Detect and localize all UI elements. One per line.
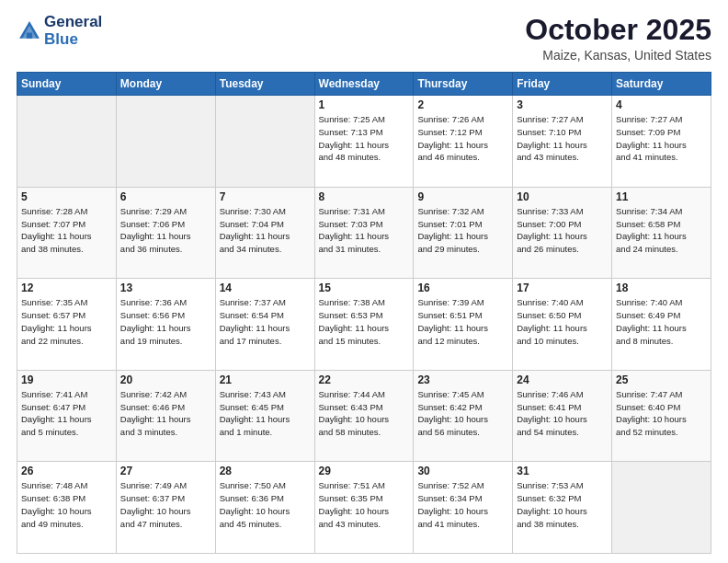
- table-row: 23Sunrise: 7:45 AM Sunset: 6:42 PM Dayli…: [414, 370, 513, 462]
- day-info: Sunrise: 7:38 AM Sunset: 6:53 PM Dayligh…: [319, 296, 410, 347]
- logo-icon: [17, 18, 42, 44]
- day-info: Sunrise: 7:26 AM Sunset: 7:12 PM Dayligh…: [417, 113, 508, 164]
- table-row: 8Sunrise: 7:31 AM Sunset: 7:03 PM Daylig…: [314, 187, 414, 279]
- day-number: 10: [517, 190, 608, 203]
- day-info: Sunrise: 7:32 AM Sunset: 7:01 PM Dayligh…: [417, 205, 508, 256]
- calendar-week-row: 1Sunrise: 7:25 AM Sunset: 7:13 PM Daylig…: [17, 96, 711, 188]
- col-friday: Friday: [513, 73, 612, 96]
- day-number: 16: [417, 282, 508, 294]
- day-number: 25: [616, 373, 707, 386]
- day-number: 14: [220, 282, 311, 294]
- table-row: 28Sunrise: 7:50 AM Sunset: 6:36 PM Dayli…: [215, 462, 314, 554]
- table-row: 26Sunrise: 7:48 AM Sunset: 6:38 PM Dayli…: [17, 462, 117, 554]
- day-number: 20: [120, 373, 211, 386]
- day-number: 4: [616, 98, 707, 111]
- day-info: Sunrise: 7:33 AM Sunset: 7:00 PM Dayligh…: [517, 205, 608, 256]
- day-number: 2: [417, 98, 508, 111]
- day-info: Sunrise: 7:31 AM Sunset: 7:03 PM Dayligh…: [319, 205, 410, 256]
- table-row: [116, 96, 215, 188]
- day-number: 9: [417, 190, 508, 203]
- day-number: 7: [220, 190, 311, 203]
- calendar-week-row: 12Sunrise: 7:35 AM Sunset: 6:57 PM Dayli…: [17, 279, 711, 371]
- day-number: 26: [21, 465, 112, 477]
- title-block: October 2025 Maize, Kansas, United State…: [525, 14, 711, 63]
- col-thursday: Thursday: [414, 73, 513, 96]
- table-row: 1Sunrise: 7:25 AM Sunset: 7:13 PM Daylig…: [314, 96, 414, 188]
- table-row: 5Sunrise: 7:28 AM Sunset: 7:07 PM Daylig…: [17, 187, 117, 279]
- table-row: 19Sunrise: 7:41 AM Sunset: 6:47 PM Dayli…: [17, 370, 117, 462]
- day-info: Sunrise: 7:40 AM Sunset: 6:49 PM Dayligh…: [616, 296, 707, 347]
- day-number: 27: [120, 465, 211, 477]
- day-info: Sunrise: 7:34 AM Sunset: 6:58 PM Dayligh…: [616, 205, 707, 256]
- day-info: Sunrise: 7:27 AM Sunset: 7:10 PM Dayligh…: [517, 113, 608, 164]
- table-row: 17Sunrise: 7:40 AM Sunset: 6:50 PM Dayli…: [513, 279, 612, 371]
- col-tuesday: Tuesday: [215, 73, 314, 96]
- day-number: 17: [517, 282, 608, 294]
- day-number: 21: [220, 373, 311, 386]
- day-info: Sunrise: 7:41 AM Sunset: 6:47 PM Dayligh…: [21, 388, 112, 439]
- calendar-week-row: 19Sunrise: 7:41 AM Sunset: 6:47 PM Dayli…: [17, 370, 711, 462]
- day-info: Sunrise: 7:47 AM Sunset: 6:40 PM Dayligh…: [616, 388, 707, 439]
- day-number: 18: [616, 282, 707, 294]
- table-row: 4Sunrise: 7:27 AM Sunset: 7:09 PM Daylig…: [612, 96, 711, 188]
- table-row: 29Sunrise: 7:51 AM Sunset: 6:35 PM Dayli…: [314, 462, 414, 554]
- day-number: 3: [517, 98, 608, 111]
- table-row: 13Sunrise: 7:36 AM Sunset: 6:56 PM Dayli…: [116, 279, 215, 371]
- day-number: 13: [120, 282, 211, 294]
- day-info: Sunrise: 7:42 AM Sunset: 6:46 PM Dayligh…: [120, 388, 211, 439]
- table-row: [17, 96, 117, 188]
- day-info: Sunrise: 7:44 AM Sunset: 6:43 PM Dayligh…: [319, 388, 410, 439]
- day-info: Sunrise: 7:25 AM Sunset: 7:13 PM Dayligh…: [319, 113, 410, 164]
- table-row: 16Sunrise: 7:39 AM Sunset: 6:51 PM Dayli…: [414, 279, 513, 371]
- calendar-week-row: 26Sunrise: 7:48 AM Sunset: 6:38 PM Dayli…: [17, 462, 711, 554]
- month-title: October 2025: [525, 14, 711, 46]
- table-row: 18Sunrise: 7:40 AM Sunset: 6:49 PM Dayli…: [612, 279, 711, 371]
- col-sunday: Sunday: [17, 73, 117, 96]
- logo-text: General Blue: [44, 14, 102, 48]
- day-number: 28: [220, 465, 311, 477]
- table-row: 7Sunrise: 7:30 AM Sunset: 7:04 PM Daylig…: [215, 187, 314, 279]
- day-info: Sunrise: 7:35 AM Sunset: 6:57 PM Dayligh…: [21, 296, 112, 347]
- col-wednesday: Wednesday: [314, 73, 414, 96]
- day-info: Sunrise: 7:50 AM Sunset: 6:36 PM Dayligh…: [220, 479, 311, 530]
- table-row: 24Sunrise: 7:46 AM Sunset: 6:41 PM Dayli…: [513, 370, 612, 462]
- day-info: Sunrise: 7:43 AM Sunset: 6:45 PM Dayligh…: [220, 388, 311, 439]
- day-number: 12: [21, 282, 112, 294]
- day-info: Sunrise: 7:48 AM Sunset: 6:38 PM Dayligh…: [21, 479, 112, 530]
- table-row: 14Sunrise: 7:37 AM Sunset: 6:54 PM Dayli…: [215, 279, 314, 371]
- day-number: 11: [616, 190, 707, 203]
- table-row: 3Sunrise: 7:27 AM Sunset: 7:10 PM Daylig…: [513, 96, 612, 188]
- day-info: Sunrise: 7:29 AM Sunset: 7:06 PM Dayligh…: [120, 205, 211, 256]
- day-info: Sunrise: 7:51 AM Sunset: 6:35 PM Dayligh…: [319, 479, 410, 530]
- table-row: 2Sunrise: 7:26 AM Sunset: 7:12 PM Daylig…: [414, 96, 513, 188]
- table-row: 15Sunrise: 7:38 AM Sunset: 6:53 PM Dayli…: [314, 279, 414, 371]
- day-info: Sunrise: 7:49 AM Sunset: 6:37 PM Dayligh…: [120, 479, 211, 530]
- day-info: Sunrise: 7:36 AM Sunset: 6:56 PM Dayligh…: [120, 296, 211, 347]
- table-row: 12Sunrise: 7:35 AM Sunset: 6:57 PM Dayli…: [17, 279, 117, 371]
- day-number: 8: [319, 190, 410, 203]
- calendar-header-row: Sunday Monday Tuesday Wednesday Thursday…: [17, 73, 711, 96]
- table-row: 21Sunrise: 7:43 AM Sunset: 6:45 PM Dayli…: [215, 370, 314, 462]
- day-number: 6: [120, 190, 211, 203]
- day-info: Sunrise: 7:40 AM Sunset: 6:50 PM Dayligh…: [517, 296, 608, 347]
- table-row: 25Sunrise: 7:47 AM Sunset: 6:40 PM Dayli…: [612, 370, 711, 462]
- day-info: Sunrise: 7:37 AM Sunset: 6:54 PM Dayligh…: [220, 296, 311, 347]
- day-info: Sunrise: 7:45 AM Sunset: 6:42 PM Dayligh…: [417, 388, 508, 439]
- day-info: Sunrise: 7:30 AM Sunset: 7:04 PM Dayligh…: [220, 205, 311, 256]
- logo: General Blue: [17, 14, 102, 48]
- day-number: 22: [319, 373, 410, 386]
- day-info: Sunrise: 7:52 AM Sunset: 6:34 PM Dayligh…: [417, 479, 508, 530]
- svg-rect-2: [27, 32, 32, 38]
- calendar-week-row: 5Sunrise: 7:28 AM Sunset: 7:07 PM Daylig…: [17, 187, 711, 279]
- page: General Blue October 2025 Maize, Kansas,…: [0, 0, 728, 563]
- table-row: 30Sunrise: 7:52 AM Sunset: 6:34 PM Dayli…: [414, 462, 513, 554]
- table-row: 31Sunrise: 7:53 AM Sunset: 6:32 PM Dayli…: [513, 462, 612, 554]
- day-info: Sunrise: 7:46 AM Sunset: 6:41 PM Dayligh…: [517, 388, 608, 439]
- table-row: [612, 462, 711, 554]
- calendar-table: Sunday Monday Tuesday Wednesday Thursday…: [17, 72, 711, 554]
- day-number: 29: [319, 465, 410, 477]
- table-row: 10Sunrise: 7:33 AM Sunset: 7:00 PM Dayli…: [513, 187, 612, 279]
- day-number: 15: [319, 282, 410, 294]
- col-saturday: Saturday: [612, 73, 711, 96]
- location: Maize, Kansas, United States: [525, 48, 711, 63]
